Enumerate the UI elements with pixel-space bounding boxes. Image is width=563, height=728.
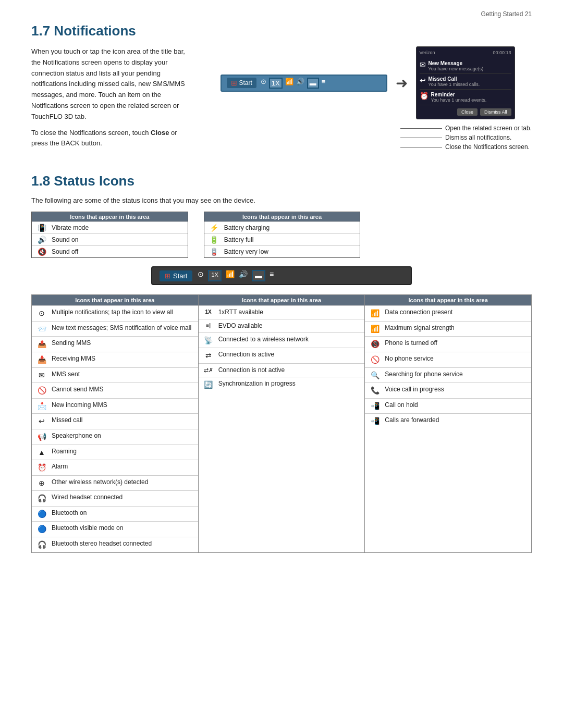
- connection-not-active-label: Connection is not active: [218, 366, 361, 375]
- dismiss-all-button[interactable]: Dismiss All: [480, 108, 511, 116]
- multiple-notif-label: Multiple notifications; tap the icon to …: [52, 308, 194, 317]
- icon-row-bluetooth: 🔵 Bluetooth on: [32, 506, 198, 522]
- speakerphone-icon: 📢: [36, 432, 47, 442]
- vibrate-label: Vibrate mode: [52, 224, 89, 231]
- connection-active-label: Connection is active: [218, 350, 361, 359]
- max-signal-label: Maximum signal strength: [385, 324, 527, 332]
- missed-call-icon: ↩: [420, 76, 426, 84]
- taskbar-volume-icon: 🔊: [239, 270, 248, 281]
- sync-label: Synchronization in progress: [218, 379, 361, 388]
- icon-col-3-header: Icons that appear in this area: [365, 295, 531, 305]
- section-18: 1.8 Status Icons The following are some …: [31, 173, 532, 553]
- battery-charging-label: Battery charging: [224, 224, 270, 231]
- notif-missed-sub: You have 1 missed calls.: [429, 82, 480, 87]
- icon-col-1-header: Icons that appear in this area: [32, 295, 198, 305]
- call-hold-icon: 📲: [369, 401, 381, 412]
- taskbar-start-button: ⊞ Start: [160, 270, 192, 281]
- icon-row-calls-forwarded: 📲 Calls are forwarded: [365, 413, 531, 429]
- battery-low-icon: 🪫: [209, 248, 220, 256]
- icon-col-2-header: Icons that appear in this area: [199, 295, 365, 305]
- close-notif-button[interactable]: Close: [457, 108, 478, 116]
- notifications-diagram: ⊞ Start ⊙ 1X 📶 🔊 ▬ ≡ ➜: [203, 46, 532, 153]
- callout-close: Close the Notifications screen.: [400, 143, 532, 151]
- evdo-icon: ≡|: [203, 322, 214, 329]
- windows-flag-icon: ⊞: [231, 79, 237, 87]
- notif-reminder-title: Reminder: [431, 92, 487, 97]
- page-header: Getting Started 21: [31, 10, 532, 18]
- sending-mms-icon: 📤: [36, 339, 47, 350]
- icon-row-sync: 🔄 Synchronization in progress: [199, 377, 365, 392]
- section-17: 1.7 Notifications When you touch or tap …: [31, 23, 532, 154]
- icon-row-1xrtt: 1X 1xRTT available: [199, 305, 365, 319]
- bluetooth-icon: 🔵: [36, 509, 47, 520]
- taskbar-start-label: Start: [173, 272, 187, 280]
- battery-icon: ▬: [307, 78, 319, 89]
- notifications-layout: When you touch or tap the icon area of t…: [31, 46, 532, 154]
- searching-icon: 🔍: [369, 371, 381, 381]
- notif-reminder-sub: You have 1 unread events.: [431, 97, 487, 103]
- icon-row-alarm: ⏰ Alarm: [32, 460, 198, 475]
- notif-panel-buttons: Close Dismiss All: [420, 108, 511, 116]
- battery-charging-icon: ⚡: [209, 224, 220, 232]
- icon-row-battery-charging: ⚡ Battery charging: [204, 221, 360, 233]
- notifications-text: When you touch or tap the icon area of t…: [31, 46, 188, 154]
- wired-headset-label: Wired headset connected: [52, 493, 194, 502]
- notif-time: 00:00:13: [493, 50, 511, 55]
- status-icons-intro: The following are some of the status ico…: [31, 196, 532, 204]
- icon-row-new-text: 📨 New text messages; SMS notification of…: [32, 321, 198, 337]
- section-18-title: 1.8 Status Icons: [31, 173, 532, 189]
- notif-panel: Verizon 00:00:13 ✉ New Message You have …: [416, 46, 515, 119]
- taskbar-menu-icon: ≡: [270, 270, 274, 281]
- voice-call-icon: 📞: [369, 386, 381, 396]
- icon-row-connection-active: ⇄ Connection is active: [199, 348, 365, 363]
- data-connection-icon: 📶: [369, 309, 381, 319]
- taskbar-notif-icon: ⊙: [198, 270, 204, 281]
- sound-on-label: Sound on: [52, 236, 78, 243]
- calls-forwarded-icon: 📲: [369, 416, 381, 427]
- sound-off-label: Sound off: [52, 248, 78, 255]
- wired-headset-icon: 🎧: [36, 493, 47, 504]
- icon-row-sound-off: 🔇 Sound off: [32, 245, 188, 257]
- callout-dismiss: Dismiss all notifications.: [400, 134, 532, 141]
- icon-row-sending-mms: 📤 Sending MMS: [32, 336, 198, 352]
- connection-not-active-icon: ⇄✗: [203, 366, 214, 374]
- searching-label: Searching for phone service: [385, 370, 527, 379]
- connection-active-icon: ⇄: [203, 351, 214, 361]
- signal-icon: 1X: [269, 78, 283, 89]
- callout-open: Open the related screen or tab.: [400, 125, 532, 132]
- vibrate-icon: 📳: [36, 224, 47, 232]
- icon-row-phone-off: 📵 Phone is turned off: [365, 336, 531, 352]
- icon-row-battery-low: 🪫 Battery very low: [204, 245, 360, 257]
- taskbar-1x-icon: 1X: [208, 270, 221, 281]
- phone-off-label: Phone is turned off: [385, 339, 527, 348]
- bluetooth-visible-label: Bluetooth visible mode on: [52, 524, 194, 533]
- icon-row-connection-not-active: ⇄✗ Connection is not active: [199, 363, 365, 377]
- icon-col-2: Icons that appear in this area 1X 1xRTT …: [199, 295, 365, 552]
- 1xrtt-icon: 1X: [203, 309, 214, 316]
- icon-row-evdo: ≡| EVDO available: [199, 319, 365, 332]
- taskbar-battery-icon: ▬: [252, 270, 265, 281]
- icon-tables-top: Icons that appear in this area 📳 Vibrate…: [31, 212, 532, 258]
- icon-row-max-signal: 📶 Maximum signal strength: [365, 321, 531, 337]
- icon-table-top-left: Icons that appear in this area 📳 Vibrate…: [31, 212, 188, 258]
- title-bar-mock: ⊞ Start ⊙ 1X 📶 🔊 ▬ ≡: [221, 75, 387, 92]
- notif-panel-header: Verizon 00:00:13: [420, 50, 511, 55]
- notif-item-reminder: ⏰ Reminder You have 1 unread events.: [420, 90, 511, 105]
- icon-row-missed-call: ↩ Missed call: [32, 413, 198, 429]
- receiving-mms-label: Receiving MMS: [52, 354, 194, 363]
- icon-row-wired-headset: 🎧 Wired headset connected: [32, 490, 198, 506]
- icon-row-voice-call: 📞 Voice call in progress: [365, 382, 531, 398]
- alarm-icon: ⏰: [36, 463, 47, 473]
- icon-col-3: Icons that appear in this area 📶 Data co…: [365, 295, 531, 552]
- cannot-send-mms-label: Cannot send MMS: [52, 385, 194, 394]
- alarm-label: Alarm: [52, 462, 194, 471]
- icon-row-call-hold: 📲 Call on hold: [365, 398, 531, 414]
- start-button-mock: ⊞ Start: [227, 78, 256, 88]
- bluetooth-label: Bluetooth on: [52, 509, 194, 517]
- battery-full-label: Battery full: [224, 236, 254, 243]
- receiving-mms-icon: 📥: [36, 355, 47, 365]
- icon-row-mms-sent: ✉ MMS sent: [32, 367, 198, 383]
- sync-icon: 🔄: [203, 380, 214, 390]
- icon-row-battery-full: 🔋 Battery full: [204, 233, 360, 245]
- mms-sent-label: MMS sent: [52, 370, 194, 379]
